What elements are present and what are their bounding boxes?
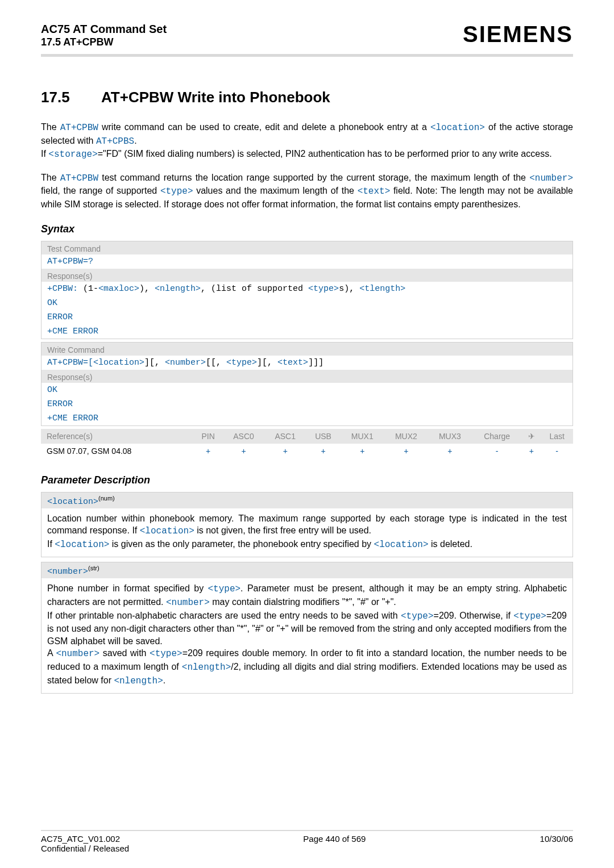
link-number-4[interactable]: <number> [56,649,99,659]
col-charge: Charge [472,429,522,444]
col-mux3: MUX3 [428,429,472,444]
link-location-3[interactable]: <location> [140,526,194,536]
col-mux1: MUX1 [341,429,384,444]
section-heading: 17.5 AT+CPBW Write into Phonebook [41,89,573,106]
val-airplane: + [522,444,541,458]
test-ok: OK [42,296,572,310]
link-atcpbw-2[interactable]: AT+CPBW [60,173,98,183]
param-location-body: Location number within phonebook memory.… [42,508,572,557]
test-error: ERROR [42,310,572,324]
link-number-2[interactable]: <number> [165,358,206,368]
col-pin: PIN [193,429,222,444]
link-tlength[interactable]: <tlength> [359,284,405,294]
val-asc0: + [223,444,264,458]
write-cme: +CME ERROR [42,411,572,425]
val-last: - [541,444,573,458]
param-number-body: Phone number in format specified by <typ… [42,578,572,693]
param-location: <location>(num) Location number within p… [41,492,573,558]
col-last: Last [541,429,573,444]
write-command-label: Write Command [42,343,572,356]
col-usb: USB [306,429,340,444]
intro-para-1: The AT+CPBW write command can be used to… [41,121,573,161]
write-error: ERROR [42,397,572,411]
link-nlength[interactable]: <nlength> [155,284,201,294]
val-asc1: + [264,444,306,458]
doc-title: AC75 AT Command Set [41,23,167,36]
val-charge: - [472,444,522,458]
write-ok: OK [42,383,572,397]
link-atcpbs[interactable]: AT+CPBS [96,136,134,147]
col-asc1: ASC1 [264,429,306,444]
col-airplane-icon: ✈ [522,429,541,444]
link-type[interactable]: <type> [160,186,193,197]
section-title: AT+CPBW Write into Phonebook [101,89,330,106]
footer-right: 10/30/06 [540,834,573,853]
link-type-5[interactable]: <type> [401,611,434,621]
write-responses-label: Response(s) [42,370,572,383]
link-storage[interactable]: <storage> [48,149,97,160]
header-left: AC75 AT Command Set 17.5 AT+CPBW [41,23,167,48]
col-mux2: MUX2 [384,429,428,444]
val-mux1: + [341,444,384,458]
test-command-line: AT+CPBW=? [42,254,572,269]
val-usb: + [306,444,340,458]
ref-value-row: GSM 07.07, GSM 04.08 + + + + + + + - + - [41,444,573,458]
link-type-2[interactable]: <type> [308,284,339,294]
link-location-2[interactable]: <location> [93,358,144,368]
footer-row: AC75_ATC_V01.002 Confidential / Released… [41,831,573,853]
test-cme: +CME ERROR [42,324,572,339]
link-type-4[interactable]: <type> [208,584,241,594]
intro-para-2: The AT+CPBW test command returns the loc… [41,172,573,211]
link-location-5[interactable]: <location> [374,540,429,550]
write-command-line: AT+CPBW=[<location>][, <number>[[, <type… [42,356,572,370]
col-asc0: ASC0 [223,429,264,444]
param-location-tag: <location>(num) [42,493,572,508]
param-number-tag: <number>(str) [42,562,572,578]
write-command-box: Write Command AT+CPBW=[<location>][, <nu… [41,342,573,426]
link-location-4[interactable]: <location> [55,540,109,550]
link-type-3[interactable]: <type> [226,358,257,368]
header: AC75 AT Command Set 17.5 AT+CPBW SIEMENS [41,23,573,48]
link-number-3[interactable]: <number> [166,598,210,608]
footer-center: Page 440 of 569 [303,834,366,853]
test-response-line: +CPBW: (1-<maxloc>), <nlength>, (list of… [42,282,572,296]
link-maxloc[interactable]: <maxloc> [98,284,139,294]
link-type-6[interactable]: <type> [513,611,546,621]
link-location[interactable]: <location> [430,123,485,133]
link-type-7[interactable]: <type> [150,649,182,659]
link-number[interactable]: <number> [529,173,573,183]
param-number-sup: (str) [88,565,99,571]
param-location-sup: (num) [98,495,115,502]
doc-section: 17.5 AT+CPBW [41,36,167,48]
ref-label: Reference(s) [41,429,193,444]
syntax-heading: Syntax [41,223,573,235]
footer-left: AC75_ATC_V01.002 Confidential / Released [41,834,129,853]
test-responses-label: Response(s) [42,269,572,282]
test-command-box: Test Command AT+CPBW=? Response(s) +CPBW… [41,241,573,339]
ref-header-row: Reference(s) PIN ASC0 ASC1 USB MUX1 MUX2… [41,429,573,444]
val-mux2: + [384,444,428,458]
brand-logo: SIEMENS [463,23,573,45]
link-nlength-2[interactable]: <nlength> [182,662,231,673]
section-number: 17.5 [41,89,77,106]
link-text-2[interactable]: <text> [277,358,308,368]
link-nlength-3[interactable]: <nlength> [114,676,163,686]
content: 17.5 AT+CPBW Write into Phonebook The AT… [41,57,573,830]
footer: AC75_ATC_V01.002 Confidential / Released… [41,830,573,853]
test-command-label: Test Command [42,241,572,254]
param-desc-heading: Parameter Description [41,474,573,486]
val-pin: + [193,444,222,458]
link-atcpbw[interactable]: AT+CPBW [60,123,98,133]
val-mux3: + [428,444,472,458]
reference-table: Reference(s) PIN ASC0 ASC1 USB MUX1 MUX2… [41,429,573,458]
ref-value: GSM 07.07, GSM 04.08 [41,444,193,458]
page: AC75 AT Command Set 17.5 AT+CPBW SIEMENS… [0,0,614,868]
param-number: <number>(str) Phone number in format spe… [41,562,573,694]
link-text[interactable]: <text> [358,186,391,197]
